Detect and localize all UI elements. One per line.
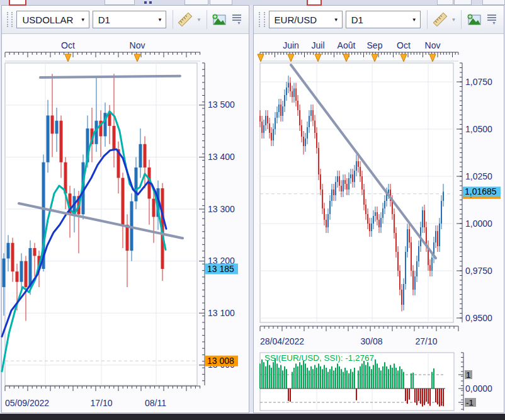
svg-text:1,0750: 1,0750 xyxy=(465,77,492,87)
svg-text:17/10: 17/10 xyxy=(90,398,112,408)
bottom-window-band xyxy=(0,414,505,420)
period-marker xyxy=(288,54,294,62)
svg-text:27/10: 27/10 xyxy=(415,336,437,346)
svg-text:Juil: Juil xyxy=(311,40,324,50)
period-marker xyxy=(134,54,140,62)
svg-text:1: 1 xyxy=(466,370,471,380)
period-marker xyxy=(258,54,264,62)
svg-text:28/04/2022: 28/04/2022 xyxy=(260,336,304,346)
period-marker xyxy=(400,54,407,62)
svg-text:30/08: 30/08 xyxy=(360,336,382,346)
svg-text:Août: Août xyxy=(338,40,356,50)
svg-text:13 400: 13 400 xyxy=(208,152,235,162)
period-marker xyxy=(65,54,71,62)
svg-text:13 008: 13 008 xyxy=(207,356,234,366)
svg-text:13 185: 13 185 xyxy=(207,264,234,274)
svg-text:1,0500: 1,0500 xyxy=(465,124,492,134)
period-marker xyxy=(372,54,378,62)
svg-text:1,01685: 1,01685 xyxy=(465,186,497,196)
period-marker xyxy=(429,54,436,62)
svg-text:Nov: Nov xyxy=(130,40,145,50)
trading-workspace: USDOLLAR ▼ D1 ▼ ▼ xyxy=(0,0,505,420)
svg-text:1,0000: 1,0000 xyxy=(465,219,492,229)
svg-text:0,0000: 0,0000 xyxy=(465,383,492,394)
period-marker xyxy=(315,54,321,62)
svg-text:Sep: Sep xyxy=(367,40,383,50)
svg-text:Juin: Juin xyxy=(283,40,299,50)
usdollar-chart-trendline xyxy=(40,76,180,77)
svg-text:-1: -1 xyxy=(466,398,474,407)
ssi-indicator-label: SSI(EUR/USD, SSI): -1,2767 xyxy=(264,353,374,363)
svg-text:05/09/2022: 05/09/2022 xyxy=(5,398,49,408)
svg-text:0,9750: 0,9750 xyxy=(465,266,492,276)
svg-text:Oct: Oct xyxy=(397,40,411,50)
svg-text:08/11: 08/11 xyxy=(145,398,166,408)
svg-text:13 300: 13 300 xyxy=(208,204,235,214)
charts-canvas[interactable]: OctNov13 50013 40013 30013 20013 10013 0… xyxy=(0,0,505,420)
eurusd-ssi-panel: 10,0000-1SSI(EUR/USD, SSI): -1,2767 xyxy=(259,353,492,411)
eurusd-chart: JuinJuilAoûtSepOctNov1,07501,05001,02501… xyxy=(258,40,501,346)
svg-text:13 500: 13 500 xyxy=(208,99,235,110)
period-marker xyxy=(343,54,349,62)
usdollar-chart: OctNov13 50013 40013 30013 20013 10013 0… xyxy=(2,40,238,408)
svg-text:13 100: 13 100 xyxy=(208,308,235,318)
svg-text:Oct: Oct xyxy=(61,40,75,50)
svg-text:Nov: Nov xyxy=(425,40,441,50)
svg-text:1,0250: 1,0250 xyxy=(465,171,492,181)
svg-text:0,9500: 0,9500 xyxy=(465,313,492,323)
